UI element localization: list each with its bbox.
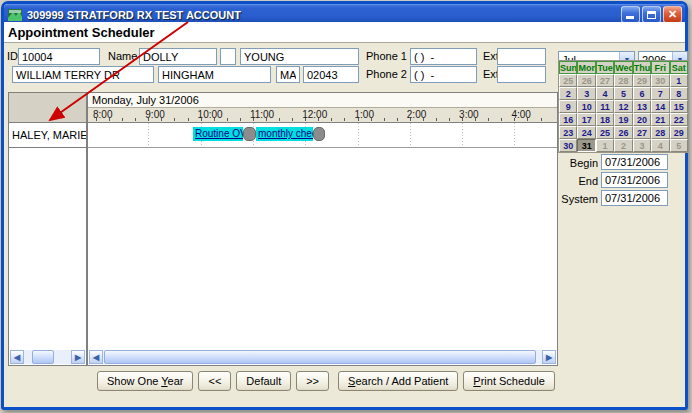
calendar-day[interactable]: 5 [614,87,632,100]
id-label: ID [7,50,18,62]
system-date-field[interactable] [601,190,668,206]
calendar-day-header: Thu [633,61,651,74]
calendar-day[interactable]: 8 [670,87,688,100]
default-button[interactable]: Default [236,371,291,391]
calendar-day[interactable]: 24 [577,126,595,139]
zip-field[interactable] [303,66,359,83]
phone2-field[interactable] [410,66,477,83]
calendar-day[interactable]: 1 [596,139,614,152]
ruler-tick [266,118,267,121]
patient-row[interactable]: HALEY, MARIE ... [9,123,86,148]
calendar-day[interactable]: 30 [651,74,669,87]
close-button[interactable]: ✕ [663,6,682,23]
calendar-day[interactable]: 6 [633,87,651,100]
ruler-tick [423,118,424,121]
hour-gridline [410,123,411,147]
appointment-block[interactable]: monthly checkup [256,127,313,141]
calendar-day[interactable]: 3 [577,87,595,100]
calendar-day-header: Mon [577,61,595,74]
ruler-tick [279,118,280,121]
calendar-day[interactable]: 16 [559,113,577,126]
scroll-left-icon[interactable]: ◀ [89,350,103,364]
scroll-right-icon[interactable]: ▶ [542,350,556,364]
calendar-day[interactable]: 28 [651,126,669,139]
calendar-day[interactable]: 1 [670,74,688,87]
appointment-row[interactable]: Routine OV...monthly checkup [88,123,557,148]
calendar-day[interactable]: 20 [633,113,651,126]
calendar-day[interactable]: 2 [559,87,577,100]
calendar-day[interactable]: 10 [577,100,595,113]
scrollbar-thumb[interactable] [32,350,54,364]
calendar-day[interactable]: 3 [633,139,651,152]
ext2-field[interactable] [497,66,546,83]
prev-button[interactable]: << [198,371,231,391]
appointment-resize-handle[interactable] [243,127,256,141]
calendar-day[interactable]: 25 [596,126,614,139]
calendar-day[interactable]: 30 [559,139,577,152]
end-date-field[interactable] [601,172,668,188]
first-name-field[interactable] [139,48,217,65]
phone1-label: Phone 1 [366,50,407,62]
calendar-day[interactable]: 2 [614,139,632,152]
calendar-day[interactable]: 23 [559,126,577,139]
calendar-day[interactable]: 15 [670,100,688,113]
schedule-hscrollbar[interactable]: ◀ ▶ [89,350,556,364]
minimize-button[interactable] [621,6,640,23]
calendar-day[interactable]: 21 [651,113,669,126]
calendar-day[interactable]: 27 [633,126,651,139]
address-field[interactable] [12,66,154,83]
scrollbar-thumb[interactable] [104,350,536,364]
appointment-block[interactable]: Routine OV... [193,127,243,141]
print-schedule-button[interactable]: Print Schedule [463,371,555,391]
calendar-day[interactable]: 5 [670,139,688,152]
last-name-field[interactable] [240,48,359,65]
calendar-day[interactable]: 17 [577,113,595,126]
calendar-day[interactable]: 18 [596,113,614,126]
calendar-day-header: Tue [596,61,614,74]
next-button[interactable]: >> [296,371,329,391]
state-field[interactable] [276,66,300,83]
patient-id-field[interactable] [18,48,100,65]
minimize-icon [626,16,634,19]
calendar-day[interactable]: 22 [670,113,688,126]
ext1-field[interactable] [497,48,546,65]
ruler-tick [122,118,123,121]
maximize-icon [647,11,656,19]
calendar-day[interactable]: 4 [596,87,614,100]
calendar-day[interactable]: 28 [614,74,632,87]
patient-list-header-cell [9,93,86,123]
calendar-day-selected[interactable]: 31 [577,139,595,152]
begin-date-field[interactable] [601,154,668,170]
calendar-day[interactable]: 29 [670,126,688,139]
header-strip: Appointment Scheduler [4,22,685,43]
city-field[interactable] [158,66,271,83]
patient-list-hscrollbar[interactable]: ◀ ▶ [10,350,85,364]
ruler-tick [384,118,385,121]
ruler-tick [436,118,437,121]
calendar-day[interactable]: 25 [559,74,577,87]
middle-initial-field[interactable] [220,48,236,65]
calendar-day[interactable]: 27 [596,74,614,87]
search-add-patient-button[interactable]: Search / Add Patient [338,371,458,391]
calendar-day[interactable]: 9 [559,100,577,113]
calendar-day[interactable]: 14 [651,100,669,113]
calendar-day[interactable]: 12 [614,100,632,113]
phone1-field[interactable] [410,48,477,65]
calendar-day[interactable]: 11 [596,100,614,113]
calendar-day[interactable]: 13 [633,100,651,113]
ruler-tick [358,118,359,121]
calendar-day[interactable]: 26 [577,74,595,87]
calendar-day[interactable]: 7 [651,87,669,100]
calendar-day[interactable]: 4 [651,139,669,152]
show-one-year-button[interactable]: Show One Year [97,371,193,391]
bottom-button-row: Show One Year<<Default>>Search / Add Pat… [97,371,555,391]
scroll-left-icon[interactable]: ◀ [10,350,24,364]
ruler-tick [410,118,411,121]
calendar-day[interactable]: 26 [614,126,632,139]
calendar-day[interactable]: 29 [633,74,651,87]
maximize-button[interactable] [642,6,661,23]
scroll-right-icon[interactable]: ▶ [71,350,85,364]
month-calendar: SunMonTueWedThuFriSat2526272829301234567… [558,60,689,153]
appointment-resize-handle[interactable] [313,127,325,141]
calendar-day[interactable]: 19 [614,113,632,126]
